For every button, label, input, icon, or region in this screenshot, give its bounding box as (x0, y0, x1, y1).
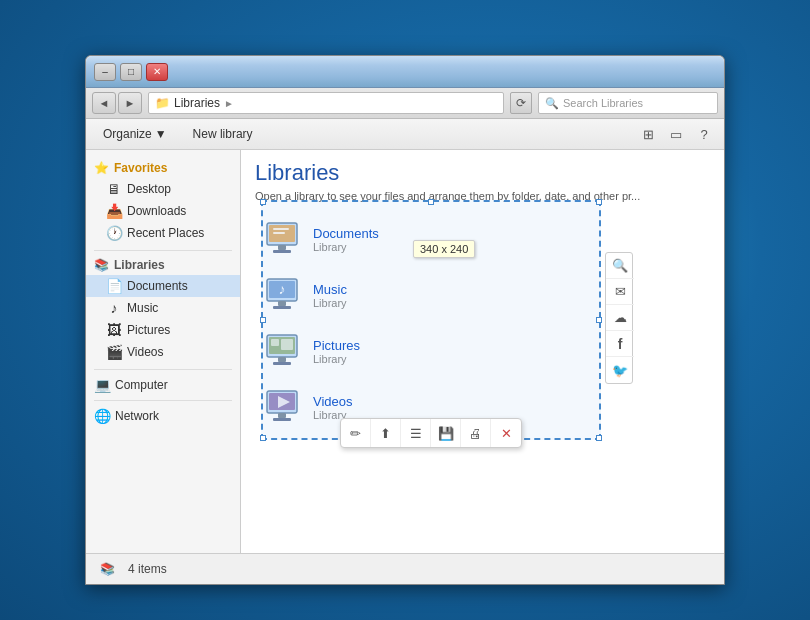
library-item-music[interactable]: ♪ Music Library (255, 270, 710, 320)
music-lib-name: Music (313, 282, 347, 297)
status-bar: 📚 4 items (86, 553, 724, 584)
address-bar: ◄ ► 📁 Libraries ► ⟳ 🔍 Search Libraries (86, 88, 724, 119)
videos-lib-name: Videos (313, 394, 353, 409)
main-content: Libraries Open a library to see your fil… (241, 150, 724, 553)
svg-text:♪: ♪ (279, 281, 286, 297)
pictures-lib-icon (263, 332, 303, 370)
favorites-section: ⭐ Favorites 🖥 Desktop 📥 Downloads 🕐 Rece… (86, 158, 240, 244)
address-path[interactable]: 📁 Libraries ► (148, 92, 504, 114)
title-bar: – □ ✕ (86, 56, 724, 88)
nav-buttons: ◄ ► (92, 92, 142, 114)
page-title: Libraries (255, 160, 710, 186)
sidebar-item-pictures[interactable]: 🖼 Pictures (86, 319, 240, 341)
star-icon: ⭐ (94, 161, 109, 175)
minimize-button[interactable]: – (94, 63, 116, 81)
handle-br[interactable] (596, 435, 602, 441)
videos-label: Videos (127, 345, 163, 359)
favorites-header[interactable]: ⭐ Favorites (86, 158, 240, 178)
sidebar-item-network[interactable]: 🌐 Network (86, 405, 240, 427)
libraries-label: Libraries (114, 258, 165, 272)
back-button[interactable]: ◄ (92, 92, 116, 114)
handle-bm[interactable] (428, 435, 434, 441)
music-lib-type: Library (313, 297, 347, 309)
svg-rect-14 (281, 339, 293, 350)
computer-icon: 💻 (94, 377, 110, 393)
pictures-label: Pictures (127, 323, 170, 337)
svg-rect-10 (273, 306, 291, 309)
documents-icon: 📄 (106, 278, 122, 294)
sidebar-divider (94, 250, 232, 251)
svg-rect-15 (278, 357, 286, 362)
folder-icon: 📁 (155, 96, 170, 110)
sidebar-item-music[interactable]: ♪ Music (86, 297, 240, 319)
music-lib-info: Music Library (313, 282, 347, 309)
music-label: Music (127, 301, 158, 315)
new-library-label: New library (193, 127, 253, 141)
svg-rect-2 (273, 228, 289, 230)
organize-button[interactable]: Organize ▼ (94, 123, 176, 145)
status-folder-icon: 📚 (96, 558, 118, 580)
path-arrow: ► (224, 98, 234, 109)
refresh-button[interactable]: ⟳ (510, 92, 532, 114)
libraries-section: 📚 Libraries 📄 Documents ♪ Music 🖼 Pictur… (86, 255, 240, 363)
recent-places-icon: 🕐 (106, 225, 122, 241)
sidebar: ⭐ Favorites 🖥 Desktop 📥 Downloads 🕐 Rece… (86, 150, 241, 553)
sidebar-item-downloads[interactable]: 📥 Downloads (86, 200, 240, 222)
videos-lib-icon (263, 388, 303, 426)
documents-lib-info: Documents Library (313, 226, 379, 253)
search-placeholder: Search Libraries (563, 97, 643, 109)
status-count: 4 items (128, 562, 167, 576)
sidebar-item-desktop[interactable]: 🖥 Desktop (86, 178, 240, 200)
documents-label: Documents (127, 279, 188, 293)
sidebar-item-computer[interactable]: 💻 Computer (86, 374, 240, 396)
svg-rect-20 (278, 413, 286, 418)
recent-places-label: Recent Places (127, 226, 204, 240)
computer-label: Computer (115, 378, 168, 392)
pictures-icon: 🖼 (106, 322, 122, 338)
maximize-button[interactable]: □ (120, 63, 142, 81)
explorer-window: – □ ✕ ◄ ► 📁 Libraries ► ⟳ 🔍 Search Libra… (85, 55, 725, 585)
close-button[interactable]: ✕ (146, 63, 168, 81)
toolbar: Organize ▼ New library ⊞ ▭ ? (86, 119, 724, 150)
search-box[interactable]: 🔍 Search Libraries (538, 92, 718, 114)
help-button[interactable]: ? (692, 123, 716, 145)
content-area: ⭐ Favorites 🖥 Desktop 📥 Downloads 🕐 Rece… (86, 150, 724, 553)
preview-button[interactable]: ▭ (664, 123, 688, 145)
sidebar-item-documents[interactable]: 📄 Documents (86, 275, 240, 297)
sidebar-item-videos[interactable]: 🎬 Videos (86, 341, 240, 363)
library-item-videos[interactable]: Videos Library (255, 382, 710, 432)
svg-rect-9 (278, 301, 286, 306)
svg-rect-16 (273, 362, 291, 365)
sidebar-item-recent-places[interactable]: 🕐 Recent Places (86, 222, 240, 244)
svg-rect-21 (273, 418, 291, 421)
library-list: Documents Library ♪ (255, 214, 710, 432)
page-description: Open a library to see your files and arr… (255, 190, 710, 202)
desktop-icon: 🖥 (106, 181, 122, 197)
pictures-lib-type: Library (313, 353, 360, 365)
network-label: Network (115, 409, 159, 423)
new-library-button[interactable]: New library (184, 123, 262, 145)
forward-button[interactable]: ► (118, 92, 142, 114)
libraries-folder-icon: 📚 (94, 258, 109, 272)
videos-lib-info: Videos Library (313, 394, 353, 421)
handle-bl[interactable] (260, 435, 266, 441)
documents-lib-icon (263, 220, 303, 258)
svg-rect-13 (271, 339, 279, 346)
sidebar-divider-3 (94, 400, 232, 401)
svg-rect-3 (273, 232, 285, 234)
pictures-lib-name: Pictures (313, 338, 360, 353)
sidebar-divider-2 (94, 369, 232, 370)
svg-rect-5 (273, 250, 291, 253)
videos-lib-type: Library (313, 409, 353, 421)
search-icon: 🔍 (545, 97, 559, 110)
libraries-header[interactable]: 📚 Libraries (86, 255, 240, 275)
library-item-pictures[interactable]: Pictures Library (255, 326, 710, 376)
organize-label: Organize (103, 127, 152, 141)
network-icon: 🌐 (94, 408, 110, 424)
organize-arrow: ▼ (155, 127, 167, 141)
view-button[interactable]: ⊞ (636, 123, 660, 145)
music-icon: ♪ (106, 300, 122, 316)
window-controls: – □ ✕ (94, 63, 168, 81)
library-item-documents[interactable]: Documents Library (255, 214, 710, 264)
downloads-icon: 📥 (106, 203, 122, 219)
